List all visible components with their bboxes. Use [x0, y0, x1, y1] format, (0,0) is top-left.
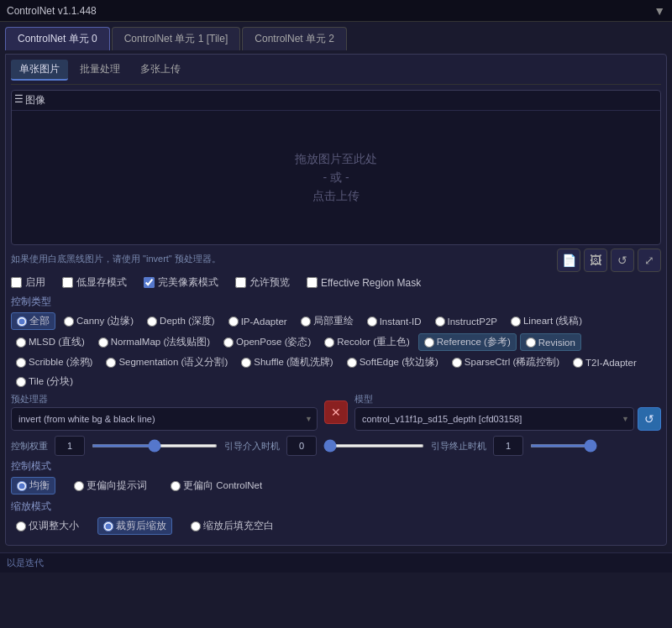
start-label: 引导介入时机: [224, 440, 280, 453]
weight-label: 控制权重: [11, 440, 48, 453]
pixel-input[interactable]: [144, 277, 155, 288]
bottom-bar: 以是迭代: [0, 552, 672, 573]
hint-text: 如果使用白底黑线图片，请使用 "invert" 预处理器。: [11, 250, 221, 268]
hint-actions-row: 如果使用白底黑线图片，请使用 "invert" 预处理器。 📄 🖼 ↺ ⤢: [11, 249, 661, 272]
lowvram-checkbox[interactable]: 低显存模式: [62, 275, 127, 290]
bottom-text: 以是迭代: [7, 557, 44, 568]
model-label: 模型: [354, 393, 634, 406]
end-value[interactable]: [493, 436, 523, 456]
sub-tab-bar: 单张图片 批量处理 多张上传: [11, 60, 661, 85]
ctrl-openpose[interactable]: OpenPose (姿态): [218, 333, 316, 351]
preprocessor-section: 预处理器 invert (from white bg & black line): [11, 393, 318, 431]
or-text: - 或 -: [323, 170, 349, 186]
ctrl-softedge[interactable]: SoftEdge (软边缘): [342, 354, 444, 370]
region-input[interactable]: [307, 277, 318, 288]
proc-model-row: 预处理器 invert (from white bg & black line)…: [11, 393, 661, 431]
scale-mode-label: 缩放模式: [11, 500, 661, 514]
mode-controlnet[interactable]: 更偏向 ControlNet: [165, 478, 267, 494]
sub-tab-single[interactable]: 单张图片: [11, 60, 68, 81]
enable-label: 启用: [25, 275, 45, 290]
ctrl-depth[interactable]: Depth (深度): [142, 312, 220, 330]
ctrl-all[interactable]: 全部: [11, 312, 55, 330]
model-select[interactable]: control_v11f1p_sd15_depth [cfd03158]: [354, 407, 634, 431]
drop-text: 拖放图片至此处: [295, 152, 377, 167]
ctrl-tile[interactable]: Tile (分块): [11, 374, 78, 390]
ctrl-canny[interactable]: Canny (边缘): [59, 312, 139, 330]
model-dropdown-wrapper: control_v11f1p_sd15_depth [cfd03158]: [354, 407, 634, 431]
main-panel: 单张图片 批量处理 多张上传 ☰ 图像 拖放图片至此处 - 或 - 点击上传 如…: [5, 54, 667, 546]
preprocessor-label: 预处理器: [11, 393, 318, 406]
lowvram-input[interactable]: [62, 277, 73, 288]
error-icon-btn[interactable]: ✕: [324, 400, 348, 424]
ctrl-mlsd[interactable]: MLSD (直线): [11, 333, 90, 351]
control-type-grid: 全部 Canny (边缘) Depth (深度) IP-Adapter 局部重绘…: [11, 312, 661, 390]
expand-icon-btn[interactable]: ⤢: [638, 249, 661, 272]
lowvram-label: 低显存模式: [76, 275, 127, 290]
mode-prompt[interactable]: 更偏向提示词: [69, 478, 152, 494]
start-value[interactable]: [286, 436, 317, 456]
preview-checkbox[interactable]: 允许预览: [235, 275, 290, 290]
ctrl-revision[interactable]: Revision: [520, 333, 581, 351]
pixel-checkbox[interactable]: 完美像素模式: [144, 275, 218, 290]
tab-unit-1[interactable]: ControlNet 单元 1 [Tile]: [112, 27, 241, 50]
ctrl-segmentation[interactable]: Segmentation (语义分割): [101, 354, 233, 370]
ctrl-reference[interactable]: Reference (参考): [418, 333, 517, 351]
image-label-text: 图像: [25, 93, 45, 107]
sub-tab-batch[interactable]: 批量处理: [71, 60, 129, 81]
sub-tab-multi[interactable]: 多张上传: [132, 60, 189, 81]
mode-balance[interactable]: 均衡: [11, 477, 55, 495]
tab-unit-0[interactable]: ControlNet 单元 0: [5, 27, 110, 50]
enable-checkbox[interactable]: 启用: [11, 275, 45, 290]
sliders-container: 控制权重 引导介入时机 引导终止时机: [11, 436, 661, 456]
weight-value[interactable]: [55, 436, 85, 456]
ctrl-sparsectrl[interactable]: SparseCtrl (稀疏控制): [447, 354, 564, 370]
control-type-label: 控制类型: [11, 295, 661, 309]
start-slider[interactable]: [323, 444, 424, 447]
image-label: ☰: [14, 93, 24, 107]
weight-slider[interactable]: [92, 444, 218, 447]
enable-input[interactable]: [11, 277, 22, 288]
main-tab-bar: ControlNet 单元 0 ControlNet 单元 1 [Tile] C…: [5, 27, 667, 50]
image-drop-zone[interactable]: 拖放图片至此处 - 或 - 点击上传: [12, 111, 660, 244]
preview-label: 允许预览: [249, 275, 290, 290]
upload-text: 点击上传: [312, 189, 360, 204]
upload-icon-btn[interactable]: 📄: [557, 249, 580, 272]
camera-icon-btn[interactable]: 🖼: [584, 249, 607, 272]
ctrl-normalmap[interactable]: NormalMap (法线贴图): [93, 333, 215, 351]
region-label: Effective Region Mask: [321, 277, 421, 289]
ctrl-t2iadapter[interactable]: T2I-Adapter: [568, 354, 642, 370]
scale-resize[interactable]: 仅调整大小: [11, 518, 84, 534]
refresh-icon-btn[interactable]: ↺: [611, 249, 634, 272]
scale-crop[interactable]: 裁剪后缩放: [97, 517, 172, 535]
ctrl-scribble[interactable]: Scribble (涂鸦): [11, 354, 97, 370]
ctrl-shuffle[interactable]: Shuffle (随机洗牌): [236, 354, 338, 370]
ctrl-lineart[interactable]: Lineart (线稿): [506, 312, 587, 330]
end-label: 引导终止时机: [431, 440, 486, 453]
image-toolbar: ☰ 图像: [12, 91, 660, 111]
title-bar: ControlNet v1.1.448 ▼: [0, 0, 672, 22]
scale-fill[interactable]: 缩放后填充空白: [186, 518, 279, 534]
preprocessor-select[interactable]: invert (from white bg & black line): [11, 407, 318, 431]
model-section: 模型 control_v11f1p_sd15_depth [cfd03158] …: [354, 393, 661, 431]
control-mode-label: 控制模式: [11, 459, 661, 474]
app-title: ControlNet v1.1.448: [7, 5, 97, 17]
region-checkbox[interactable]: Effective Region Mask: [307, 277, 421, 289]
scale-mode-row: 仅调整大小 裁剪后缩放 缩放后填充空白: [11, 517, 661, 535]
preprocessor-dropdown-wrapper: invert (from white bg & black line): [11, 407, 318, 431]
ctrl-recolor[interactable]: Recolor (重上色): [319, 333, 414, 351]
ctrl-instantid[interactable]: Instant-ID: [362, 312, 427, 330]
end-slider[interactable]: [530, 444, 597, 447]
tab-unit-2[interactable]: ControlNet 单元 2: [242, 27, 347, 50]
options-checkboxes: 启用 低显存模式 完美像素模式 允许预览 Effective Region Ma…: [11, 275, 661, 290]
control-mode-row: 均衡 更偏向提示词 更偏向 ControlNet: [11, 477, 661, 495]
preview-input[interactable]: [235, 277, 246, 288]
action-icons-group: 📄 🖼 ↺ ⤢: [557, 249, 661, 272]
model-refresh-btn[interactable]: ↺: [638, 407, 661, 431]
pixel-label: 完美像素模式: [158, 275, 218, 290]
image-upload-area[interactable]: ☰ 图像 拖放图片至此处 - 或 - 点击上传: [11, 90, 661, 245]
ctrl-instructp2p[interactable]: InstructP2P: [430, 312, 502, 330]
collapse-arrow[interactable]: ▼: [654, 4, 665, 18]
ctrl-ipadapter[interactable]: IP-Adapter: [223, 312, 292, 330]
ctrl-inpaint[interactable]: 局部重绘: [296, 312, 359, 330]
